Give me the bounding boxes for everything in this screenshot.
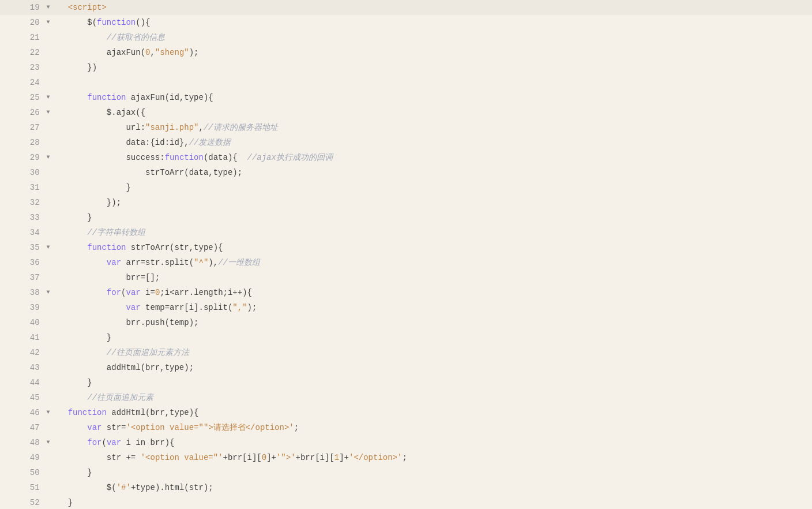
line-arrow (47, 120, 67, 135)
table-row: 31 } (0, 180, 812, 195)
table-row: 26▼ $.ajax({ (0, 105, 812, 120)
line-arrow: ▼ (47, 150, 67, 165)
line-code: success:function(data){ //ajax执行成功的回调 (67, 150, 812, 165)
line-arrow (47, 345, 67, 360)
line-number: 33 (0, 210, 47, 225)
table-row: 35▼ function strToArr(str,type){ (0, 240, 812, 255)
line-arrow (47, 60, 67, 75)
line-arrow (47, 135, 67, 150)
line-number: 35 (0, 240, 47, 255)
table-row: 43 addHtml(brr,type); (0, 360, 812, 375)
table-row: 29▼ success:function(data){ //ajax执行成功的回… (0, 150, 812, 165)
table-row: 24 (0, 75, 812, 90)
line-arrow: ▼ (47, 105, 67, 120)
table-row: 28 data:{id:id},//发送数据 (0, 135, 812, 150)
line-number: 46 (0, 405, 47, 420)
line-code: brr=[]; (67, 270, 812, 285)
line-code: <script> (67, 0, 812, 15)
line-code: var arr=str.split("^"),//一维数组 (67, 255, 812, 270)
table-row: 33 } (0, 210, 812, 225)
line-arrow: ▼ (47, 15, 67, 30)
line-arrow (47, 450, 67, 465)
line-number: 31 (0, 180, 47, 195)
line-number: 36 (0, 255, 47, 270)
line-code: for(var i=0;i<arr.length;i++){ (67, 285, 812, 300)
line-number: 29 (0, 150, 47, 165)
line-arrow (47, 195, 67, 210)
line-arrow (47, 75, 67, 90)
table-row: 27 url:"sanji.php",//请求的服务器地址 (0, 120, 812, 135)
table-row: 32 }); (0, 195, 812, 210)
line-number: 41 (0, 330, 47, 345)
table-row: 22 ajaxFun(0,"sheng"); (0, 45, 812, 60)
table-row: 25▼ function ajaxFun(id,type){ (0, 90, 812, 105)
line-code: strToArr(data,type); (67, 165, 812, 180)
line-number: 52 (0, 495, 47, 509)
line-code: brr.push(temp); (67, 315, 812, 330)
line-code: } (67, 210, 812, 225)
code-table: 19▼<script>20▼ $(function(){21 //获取省的信息2… (0, 0, 812, 509)
line-number: 45 (0, 390, 47, 405)
line-number: 26 (0, 105, 47, 120)
line-code: }) (67, 60, 812, 75)
line-arrow (47, 465, 67, 480)
line-code: function addHtml(brr,type){ (67, 405, 812, 420)
line-arrow (47, 360, 67, 375)
line-code: //往页面追加元素方法 (67, 345, 812, 360)
line-arrow (47, 300, 67, 315)
line-code: var str='<option value="">请选择省</option>'… (67, 420, 812, 435)
line-code: //往页面追加元素 (67, 390, 812, 405)
table-row: 19▼<script> (0, 0, 812, 15)
table-row: 39 var temp=arr[i].split(","); (0, 300, 812, 315)
table-row: 37 brr=[]; (0, 270, 812, 285)
line-code: //获取省的信息 (67, 30, 812, 45)
line-arrow: ▼ (47, 435, 67, 450)
line-number: 39 (0, 300, 47, 315)
line-arrow: ▼ (47, 0, 67, 15)
line-code: }); (67, 195, 812, 210)
line-arrow: ▼ (47, 90, 67, 105)
line-arrow (47, 45, 67, 60)
line-code: } (67, 465, 812, 480)
line-arrow: ▼ (47, 285, 67, 300)
table-row: 46▼function addHtml(brr,type){ (0, 405, 812, 420)
line-arrow (47, 495, 67, 509)
line-code: } (67, 495, 812, 509)
line-number: 34 (0, 225, 47, 240)
line-arrow (47, 330, 67, 345)
line-number: 24 (0, 75, 47, 90)
table-row: 50 } (0, 465, 812, 480)
table-row: 30 strToArr(data,type); (0, 165, 812, 180)
code-editor: 19▼<script>20▼ $(function(){21 //获取省的信息2… (0, 0, 812, 509)
table-row: 21 //获取省的信息 (0, 30, 812, 45)
line-arrow (47, 210, 67, 225)
line-arrow (47, 180, 67, 195)
table-row: 20▼ $(function(){ (0, 15, 812, 30)
line-arrow (47, 480, 67, 495)
line-code: $(function(){ (67, 15, 812, 30)
line-code: data:{id:id},//发送数据 (67, 135, 812, 150)
table-row: 23 }) (0, 60, 812, 75)
line-code: function ajaxFun(id,type){ (67, 90, 812, 105)
line-number: 23 (0, 60, 47, 75)
line-number: 48 (0, 435, 47, 450)
line-code: for(var i in brr){ (67, 435, 812, 450)
table-row: 52} (0, 495, 812, 509)
line-number: 40 (0, 315, 47, 330)
line-arrow (47, 375, 67, 390)
line-number: 50 (0, 465, 47, 480)
line-number: 30 (0, 165, 47, 180)
line-number: 37 (0, 270, 47, 285)
table-row: 47 var str='<option value="">请选择省</optio… (0, 420, 812, 435)
line-arrow (47, 270, 67, 285)
line-code: function strToArr(str,type){ (67, 240, 812, 255)
line-arrow (47, 30, 67, 45)
line-number: 28 (0, 135, 47, 150)
line-number: 49 (0, 450, 47, 465)
line-arrow (47, 315, 67, 330)
line-arrow: ▼ (47, 240, 67, 255)
line-number: 25 (0, 90, 47, 105)
line-arrow (47, 225, 67, 240)
line-number: 43 (0, 360, 47, 375)
line-code: str += '<option value="'+brr[i][0]+'">'+… (67, 450, 812, 465)
